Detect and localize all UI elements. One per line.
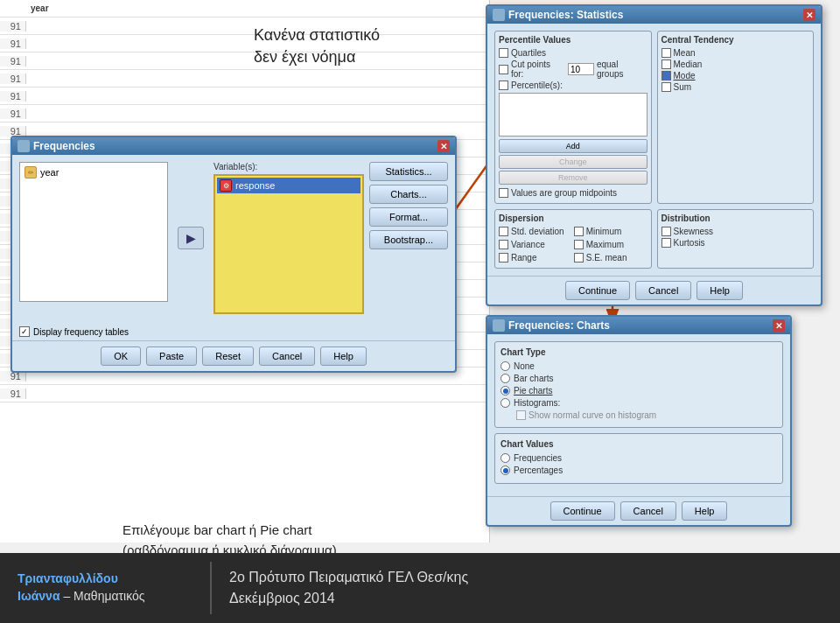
kurtosis-checkbox[interactable] [662,238,671,248]
none-radio[interactable] [500,361,510,371]
range-checkbox[interactable] [499,253,508,262]
none-radio-row: None [500,361,777,371]
pie-charts-radio-row: Pie charts [500,386,777,396]
skewness-checkbox[interactable] [662,227,671,236]
charts-dialog-icon [493,319,505,332]
var-icon: ✏ [24,166,37,178]
quartiles-checkbox[interactable] [499,48,508,58]
response-item[interactable]: ⚙ response [217,178,360,193]
stats-dialog-title: Frequencies: Statistics [508,9,623,21]
display-frequency-row: ✓ Display frequency tables [19,326,448,337]
percentages-radio-row: Percentages [500,466,777,475]
se-mean-checkbox[interactable] [574,253,584,262]
statistics-button[interactable]: Statistics... [369,162,448,181]
show-normal-row: Show normal curve on histogram [516,410,777,420]
paste-button[interactable]: Paste [146,346,197,366]
maximum-row: Maximum [574,240,648,249]
cut-points-input[interactable] [568,63,594,75]
dialog-footer: OK Paste Reset Cancel Help [12,340,455,371]
list-item[interactable]: ✏ year [22,164,165,180]
charts-continue-button[interactable]: Continue [550,501,615,521]
ok-button[interactable]: OK [101,346,141,366]
remove-button[interactable]: Remove [499,171,648,185]
charts-titlebar: Frequencies: Charts ✕ [487,317,790,334]
show-normal-checkbox[interactable] [516,410,526,420]
charts-help-button[interactable]: Help [682,501,728,521]
middle-panel: ▶ [173,162,208,314]
mode-label: Mode [674,71,696,80]
percentiles-checkbox[interactable] [499,80,508,90]
variance-row: Variance [499,240,572,249]
percentile-list[interactable] [499,93,648,136]
mode-row: Mode [662,71,810,80]
quartiles-row: Quartiles [499,48,648,58]
maximum-checkbox[interactable] [574,240,584,249]
show-normal-label: Show normal curve on histogram [528,410,656,420]
move-right-button[interactable]: ▶ [178,227,204,249]
variance-checkbox[interactable] [499,240,508,249]
cancel-button[interactable]: Cancel [259,346,315,366]
charts-close-button[interactable]: ✕ [773,319,785,332]
charts-dialog-title: Frequencies: Charts [508,319,610,332]
variables-label: Variable(s): [214,162,364,172]
change-button[interactable]: Change [499,155,648,169]
response-icon: ⚙ [220,179,232,192]
bar-charts-radio[interactable] [500,374,510,383]
percentages-radio[interactable] [500,466,510,475]
percentiles-row: Percentile(s): [499,80,648,90]
minimum-checkbox[interactable] [574,227,584,236]
median-label: Median [674,60,703,69]
close-button[interactable]: ✕ [438,140,450,152]
minimum-row: Minimum [574,227,648,236]
distribution-title: Distribution [662,214,810,223]
stats-close-button[interactable]: ✕ [803,9,816,21]
main-area: Κανένα στατιστικό δεν έχει νόημα Frequen… [0,0,840,623]
cut-points-checkbox[interactable] [499,65,508,74]
mean-row: Mean [662,48,810,58]
cut-points-label: Cut points for: [511,60,565,79]
frequencies-statistics-dialog: Frequencies: Statistics ✕ Percentile Val… [486,4,822,306]
response-box[interactable]: ⚙ response [214,174,364,314]
sum-checkbox[interactable] [662,82,671,92]
histograms-radio[interactable] [500,398,510,408]
dispersion-area: Dispersion Std. deviation Minimum Varian… [494,209,652,269]
footer-bar: Τριανταφυλλίδου Ιωάννα – Μαθηματικός 2ο … [0,553,840,623]
range-label: Range [511,253,536,262]
dialog-title: Frequencies [33,140,95,152]
display-frequency-checkbox[interactable]: ✓ [19,326,30,337]
stats-help-button[interactable]: Help [696,281,743,300]
stats-continue-button[interactable]: Continue [565,281,630,300]
central-title: Central Tendency [662,35,810,45]
cut-points-row: Cut points for: equal groups [499,60,648,79]
format-button[interactable]: Format... [369,207,448,227]
median-checkbox[interactable] [662,60,671,69]
variance-label: Variance [511,240,545,249]
std-dev-checkbox[interactable] [499,227,508,236]
chart-type-section: Chart Type None Bar charts Pie charts Hi… [494,341,783,428]
author-name: Ιωάννα [18,589,60,603]
frequencies-radio[interactable] [500,453,510,463]
midpoints-checkbox[interactable] [499,188,508,198]
variable-list[interactable]: ✏ year [19,162,168,302]
kurtosis-label: Kurtosis [674,238,705,248]
stats-footer: Continue Cancel Help [487,276,821,304]
mean-checkbox[interactable] [662,48,671,58]
percentile-area: Percentile Values Quartiles Cut points f… [494,31,652,204]
school-name: 2ο Πρότυπο Πειραματικό ΓΕΛ Θεσ/κης [229,567,468,588]
help-button[interactable]: Help [320,346,367,366]
chart-values-section: Chart Values Frequencies Percentages [494,433,783,484]
display-frequency-label: Display frequency tables [33,327,129,337]
charts-cancel-button[interactable]: Cancel [620,501,676,521]
reset-button[interactable]: Reset [202,346,254,366]
add-button[interactable]: Add [499,139,648,153]
stats-cancel-button[interactable]: Cancel [635,281,691,300]
central-area: Central Tendency Mean Median Mode Sum [657,31,815,204]
right-panel: Variable(s): ⚙ response [214,162,364,314]
bar-charts-label: Bar charts [514,374,554,383]
bootstrap-button[interactable]: Bootstrap... [369,230,448,249]
mode-checkbox[interactable] [662,71,671,80]
charts-button[interactable]: Charts... [369,185,448,204]
pie-charts-radio[interactable] [500,386,510,396]
skewness-label: Skewness [674,227,714,236]
se-mean-label: S.E. mean [586,253,627,262]
